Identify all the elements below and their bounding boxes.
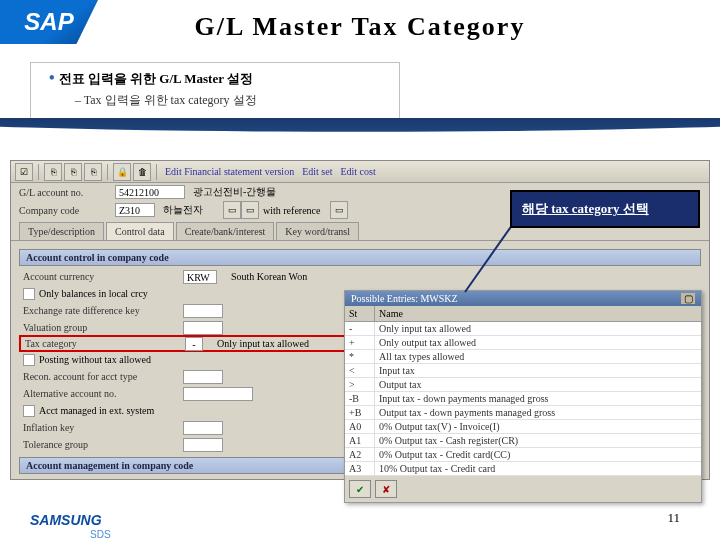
input[interactable] — [183, 421, 223, 435]
tab-type[interactable]: Type/description — [19, 222, 104, 240]
toolbar-link[interactable]: Edit set — [299, 166, 335, 177]
label: Exchange rate difference key — [23, 305, 183, 316]
toolbar-icon[interactable]: ⎘ — [84, 163, 102, 181]
checkbox[interactable] — [23, 405, 35, 417]
list-item[interactable]: *All tax types allowed — [345, 350, 701, 364]
label: Acct managed in ext. system — [39, 405, 154, 416]
label: Account currency — [23, 271, 183, 282]
toolbar-icon[interactable]: ☑ — [15, 163, 33, 181]
sds-label: SDS — [90, 529, 111, 540]
list-item[interactable]: A20% Output tax - Credit card(CC) — [345, 448, 701, 462]
toolbar-icon[interactable]: ⎘ — [64, 163, 82, 181]
input[interactable] — [183, 304, 223, 318]
list-item[interactable]: +BOutput tax - down payments managed gro… — [345, 406, 701, 420]
popup-list: -Only input tax allowed +Only output tax… — [345, 322, 701, 476]
toolbar-icon[interactable]: 🗑 — [133, 163, 151, 181]
gl-account-desc: 광고선전비-간행물 — [193, 185, 276, 199]
toolbar-link[interactable]: Edit cost — [337, 166, 378, 177]
samsung-logo: SAMSUNG — [30, 512, 102, 528]
col-header: St — [345, 306, 375, 321]
label: Alternative account no. — [23, 388, 183, 399]
tax-category-field[interactable]: - — [185, 337, 203, 351]
input[interactable] — [183, 438, 223, 452]
with-reference-button[interactable]: ▭ — [241, 201, 259, 219]
label: Valuation group — [23, 322, 183, 333]
label: G/L account no. — [19, 187, 115, 198]
header-curve — [0, 118, 720, 164]
toolbar-icon[interactable]: 🔒 — [113, 163, 131, 181]
tab-create-bank[interactable]: Create/bank/interest — [176, 222, 275, 240]
list-item[interactable]: A10% Output tax - Cash register(CR) — [345, 434, 701, 448]
tab-control-data[interactable]: Control data — [106, 222, 174, 240]
gl-account-field[interactable]: 54212100 — [115, 185, 185, 199]
list-item[interactable]: <Input tax — [345, 364, 701, 378]
popup-titlebar: Possible Entries: MWSKZ▢ — [345, 291, 701, 306]
bullet-main: 전표 입력을 위한 G/L Master 설정 — [49, 69, 389, 88]
toolbar-link[interactable]: Edit Financial statement version — [162, 166, 297, 177]
description-box: 전표 입력을 위한 G/L Master 설정 Tax 입력을 위한 tax c… — [30, 62, 400, 120]
svg-line-0 — [465, 221, 515, 292]
list-item[interactable]: A00% Output tax(V) - Invoice(I) — [345, 420, 701, 434]
ok-button[interactable]: ✔ — [349, 480, 371, 498]
cancel-button[interactable]: ✘ — [375, 480, 397, 498]
label: Company code — [19, 205, 115, 216]
list-item[interactable]: -BInput tax - down payments managed gros… — [345, 392, 701, 406]
label: Tolerance group — [23, 439, 183, 450]
toolbar: ☑ ⎘ ⎘ ⎘ 🔒 🗑 Edit Financial statement ver… — [11, 161, 709, 183]
callout-box: 해당 tax category 선택 — [510, 190, 700, 228]
f4-help-popup: Possible Entries: MWSKZ▢ StName -Only in… — [344, 290, 702, 503]
toolbar-icon[interactable]: ⎘ — [44, 163, 62, 181]
currency-desc: South Korean Won — [231, 271, 307, 282]
checkbox[interactable] — [23, 354, 35, 366]
currency-field[interactable]: KRW — [183, 270, 217, 284]
tax-category-desc: Only input tax allowed — [217, 338, 309, 349]
input[interactable] — [183, 321, 223, 335]
list-item[interactable]: >Output tax — [345, 378, 701, 392]
list-item[interactable]: A310% Output tax - Credit card — [345, 462, 701, 476]
input[interactable] — [183, 387, 253, 401]
tab-keyword[interactable]: Key word/transl — [276, 222, 359, 240]
company-code-field[interactable]: Z310 — [115, 203, 155, 217]
company-desc: 하늘전자 — [163, 203, 203, 217]
page-number: 11 — [667, 510, 680, 526]
page-title: G/L Master Tax Category — [0, 12, 720, 42]
bullet-sub: Tax 입력을 위한 tax category 설정 — [75, 92, 389, 109]
section-title: Account control in company code — [19, 249, 701, 266]
close-icon[interactable]: ▢ — [681, 293, 695, 304]
toolbar-icon[interactable]: ▭ — [330, 201, 348, 219]
label: Only balances in local crcy — [39, 288, 148, 299]
input[interactable] — [183, 370, 223, 384]
checkbox[interactable] — [23, 288, 35, 300]
with-ref-label: with reference — [263, 205, 320, 216]
list-item[interactable]: +Only output tax allowed — [345, 336, 701, 350]
col-header: Name — [375, 306, 701, 321]
list-item[interactable]: -Only input tax allowed — [345, 322, 701, 336]
label: Recon. account for acct type — [23, 371, 183, 382]
label: Inflation key — [23, 422, 183, 433]
label: Posting without tax allowed — [39, 354, 151, 365]
label: Tax category — [25, 338, 185, 349]
doc-icon[interactable]: ▭ — [223, 201, 241, 219]
